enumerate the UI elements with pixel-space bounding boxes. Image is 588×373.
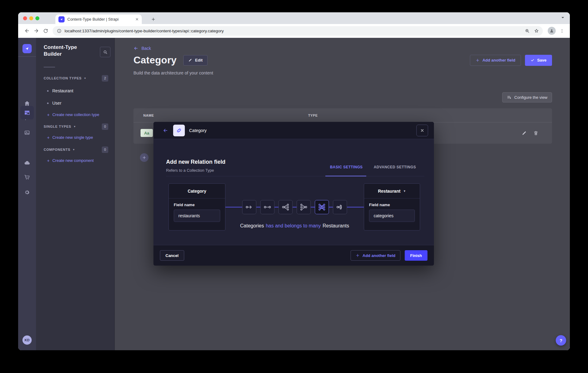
minimize-window-button[interactable] [29, 16, 33, 20]
forward-icon[interactable] [32, 26, 41, 35]
tabs-divider [166, 176, 424, 176]
modal-close-button[interactable] [416, 125, 428, 136]
relation-many-way-icon[interactable] [333, 200, 347, 214]
chevron-down-icon: ▼ [403, 190, 406, 193]
reload-icon[interactable] [41, 26, 50, 35]
relation-many-to-many-icon-selected[interactable] [315, 200, 329, 214]
bullet-icon [47, 102, 49, 104]
relation-object: Restaurants [323, 223, 349, 228]
browser-profile-avatar[interactable] [548, 27, 556, 35]
url-text[interactable]: localhost:1337/admin/plugins/content-typ… [65, 29, 522, 33]
tab-search-chevron-icon[interactable] [561, 15, 565, 20]
page-header: Category Edit Add another field Save [133, 54, 552, 66]
tab-basic-settings[interactable]: BASIC SETTINGS [330, 165, 363, 169]
components-label: COMPONENTS [44, 148, 70, 151]
strapi-admin-page: KD Content-Type Builder COLLECTION TYPES… [18, 38, 570, 350]
site-info-icon[interactable] [57, 29, 62, 33]
screenshot-canvas: Content-Type Builder | Strapi [0, 0, 588, 373]
sidebar-title: Content-Type Builder [44, 44, 93, 58]
modal-header: Category [153, 122, 434, 139]
browser-menu-icon[interactable] [558, 26, 566, 35]
sidebar-item-user[interactable]: User [47, 100, 62, 106]
relation-one-to-many-icon[interactable] [279, 200, 293, 214]
source-field-name-input[interactable] [174, 210, 220, 222]
target-type-dropdown[interactable]: Restaurant ▼ [364, 184, 420, 199]
strapi-logo[interactable] [22, 44, 32, 53]
url-bar[interactable]: localhost:1337/admin/plugins/content-typ… [53, 26, 543, 36]
add-relation-field-modal: Category Add new Relation field Refers t… [153, 122, 434, 266]
close-icon [420, 129, 424, 132]
chevron-down-icon: ▼ [74, 125, 76, 128]
single-types-label: SINGLE TYPES [44, 125, 71, 128]
column-header-type: TYPE [308, 114, 318, 117]
modal-breadcrumb: Category [189, 128, 207, 133]
configure-view-button[interactable]: Configure the view [502, 92, 552, 102]
cancel-button[interactable]: Cancel [160, 250, 184, 261]
single-types-count-badge: 0 [102, 123, 108, 130]
components-section[interactable]: COMPONENTS▼ 0 [44, 146, 108, 153]
settings-gear-icon[interactable] [18, 188, 36, 196]
source-type-title: Category [169, 184, 225, 199]
tab-title: Content-Type Builder | Strapi [67, 17, 133, 22]
media-library-icon[interactable] [18, 129, 36, 137]
modal-add-another-field-button[interactable]: Add another field [351, 250, 400, 261]
bullet-icon [47, 90, 49, 92]
tab-close-icon[interactable] [135, 18, 139, 21]
content-type-builder-sidebar: Content-Type Builder COLLECTION TYPES▼ 2… [36, 38, 115, 350]
modal-title: Add new Relation field [166, 159, 225, 165]
configure-list-icon [507, 95, 511, 100]
collection-types-section[interactable]: COLLECTION TYPES▼ 2 [44, 75, 108, 82]
content-type-builder-nav-item[interactable] [20, 106, 34, 119]
sidebar-item-restaurant[interactable]: Restaurant [47, 88, 73, 94]
marketplace-cart-icon[interactable] [18, 173, 36, 181]
create-collection-type-link[interactable]: + Create new collection type [47, 112, 99, 117]
add-field-circle-button[interactable] [140, 153, 149, 162]
maximize-window-button[interactable] [35, 16, 39, 20]
modal-tabs: BASIC SETTINGS ADVANCED SETTINGS [330, 165, 416, 169]
browser-toolbar: localhost:1337/admin/plugins/content-typ… [18, 24, 570, 38]
main-nav-sidebar: KD [18, 38, 36, 350]
browser-tabstrip: Content-Type Builder | Strapi [18, 12, 570, 24]
plus-icon: + [47, 113, 50, 117]
back-icon[interactable] [22, 26, 32, 35]
modal-back-arrow-icon[interactable] [163, 128, 168, 133]
plus-icon [475, 58, 480, 62]
relation-type-selector: Categorieshas and belongs to manyRestaur… [225, 183, 364, 235]
source-field-name-label: Field name [174, 203, 220, 207]
zoom-page-icon[interactable] [522, 26, 532, 35]
relation-one-to-one-icon[interactable] [260, 200, 275, 214]
page-title: Category [133, 54, 177, 66]
chevron-down-icon: ▼ [73, 148, 75, 151]
new-tab-button[interactable] [149, 15, 157, 23]
edit-field-pencil-icon[interactable] [522, 130, 527, 136]
search-button[interactable] [100, 47, 110, 57]
arrow-left-icon [133, 46, 138, 51]
close-window-button[interactable] [23, 16, 27, 20]
create-component-link[interactable]: + Create new component [47, 158, 94, 163]
bookmark-star-icon[interactable] [532, 26, 541, 35]
single-types-section[interactable]: SINGLE TYPES▼ 0 [44, 123, 108, 130]
traffic-lights [23, 16, 39, 20]
relation-sentence: Categorieshas and belongs to manyRestaur… [225, 223, 364, 229]
edit-button[interactable]: Edit [183, 55, 208, 66]
help-button[interactable]: ? [556, 335, 566, 346]
source-type-box: Category Field name [169, 183, 225, 231]
deploy-cloud-icon[interactable] [18, 159, 36, 167]
column-header-name: NAME [143, 114, 308, 117]
user-avatar[interactable]: KD [22, 335, 32, 345]
relation-diagram: Category Field name [169, 183, 420, 235]
browser-tab[interactable]: Content-Type Builder | Strapi [55, 14, 142, 24]
modal-body: Add new Relation field Refers to a Colle… [153, 139, 434, 245]
plus-icon: + [47, 135, 50, 140]
relation-many-to-one-icon[interactable] [297, 200, 311, 214]
tab-advanced-settings[interactable]: ADVANCED SETTINGS [374, 165, 416, 169]
create-single-type-link[interactable]: + Create new single type [47, 135, 93, 140]
back-link[interactable]: Back [133, 46, 151, 51]
finish-button[interactable]: Finish [405, 250, 427, 261]
delete-field-trash-icon[interactable] [533, 130, 538, 136]
add-another-field-button[interactable]: Add another field [470, 55, 521, 66]
save-button[interactable]: Save [525, 55, 552, 66]
relation-one-way-icon[interactable] [242, 200, 256, 214]
relation-link-icon [173, 125, 185, 136]
target-field-name-input[interactable] [369, 210, 415, 222]
